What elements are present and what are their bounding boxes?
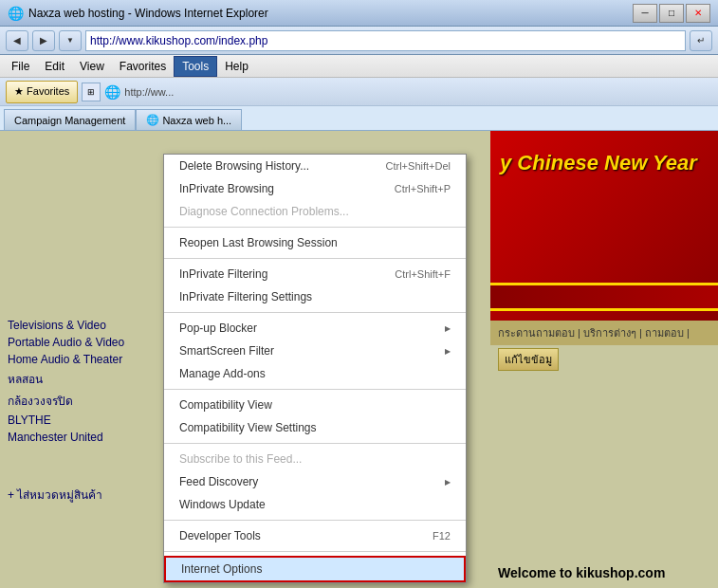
ie-icon2: 🌐 [146, 114, 159, 126]
separator-6 [164, 520, 466, 521]
menu-compatibility-view[interactable]: Compatibility View [164, 394, 466, 416]
separator-7 [164, 551, 466, 552]
forward-button[interactable]: ▶ [32, 30, 55, 51]
menu-subscribe-feed: Subscribe to this Feed... [164, 448, 466, 470]
menu-manage-addons[interactable]: Manage Add-ons [164, 362, 466, 385]
back-button[interactable]: ◀ [6, 30, 28, 51]
address-input[interactable] [85, 30, 686, 51]
menu-windows-update[interactable]: Windows Update [164, 493, 466, 516]
separator-1 [164, 227, 466, 228]
tab-bar: Campaign Management 🌐 Naxza web h... [0, 106, 718, 131]
sidebar-link-home-audio[interactable]: Home Audio & Theater [8, 353, 182, 366]
sidebar-link-tv[interactable]: Televisions & Video [8, 319, 182, 332]
maximize-button[interactable]: □ [659, 4, 684, 23]
sidebar-link-manchester[interactable]: Manchester United [8, 431, 182, 444]
menu-file[interactable]: File [4, 57, 37, 76]
menu-tools[interactable]: Tools [174, 56, 217, 77]
menu-inprivate-browsing[interactable]: InPrivate Browsing Ctrl+Shift+P [164, 177, 466, 200]
menu-view[interactable]: View [72, 57, 112, 76]
close-button[interactable]: ✕ [686, 4, 710, 23]
menu-inprivate-filtering-settings[interactable]: InPrivate Filtering Settings [164, 285, 466, 308]
menu-favorites[interactable]: Favorites [112, 57, 174, 76]
banner-text: y Chinese New Year [490, 131, 718, 196]
menu-inprivate-filtering[interactable]: InPrivate Filtering Ctrl+Shift+F [164, 263, 466, 285]
thai-edit-button[interactable]: แก้ไขข้อมู [498, 348, 559, 371]
separator-3 [164, 312, 466, 313]
view-grid-button[interactable]: ⊞ [82, 83, 101, 101]
tab-campaign-management[interactable]: Campaign Management [4, 109, 136, 130]
content-area: y Chinese New Year กระดานถามตอบ | บริการ… [0, 131, 718, 588]
menu-help[interactable]: Help [217, 57, 256, 76]
tools-dropdown-menu: Delete Browsing History... Ctrl+Shift+De… [163, 154, 467, 583]
browser-icon: 🌐 [8, 6, 24, 21]
welcome-text: Welcome to kikushop.com [498, 565, 710, 580]
menu-compatibility-view-settings[interactable]: Compatibility View Settings [164, 416, 466, 439]
menu-popup-blocker[interactable]: Pop-up Blocker ▶ [164, 317, 466, 340]
sidebar-links: Televisions & Video Portable Audio & Vid… [0, 311, 190, 455]
menu-reopen-session[interactable]: Reopen Last Browsing Session [164, 231, 466, 254]
menu-smartscreen[interactable]: SmartScreen Filter ▶ [164, 340, 466, 362]
thai-nav-bar: กระดานถามตอบ | บริการต่างๆ | ถามตอบ | [490, 321, 718, 345]
minimize-button[interactable]: ─ [633, 4, 657, 23]
dropdown-button[interactable]: ▼ [59, 30, 82, 51]
title-bar-controls: ─ □ ✕ [633, 4, 710, 23]
menu-delete-history[interactable]: Delete Browsing History... Ctrl+Shift+De… [164, 155, 466, 177]
thai-nav-text: กระดานถามตอบ | บริการต่างๆ | ถามตอบ | [498, 324, 690, 341]
banner-area: y Chinese New Year [490, 131, 718, 321]
welcome-section: Welcome to kikushop.com [490, 558, 718, 588]
separator-5 [164, 443, 466, 444]
menu-feed-discovery[interactable]: Feed Discovery ▶ [164, 470, 466, 493]
title-bar-text: Naxza web hosting - Windows Internet Exp… [28, 7, 268, 20]
menu-edit[interactable]: Edit [37, 57, 72, 76]
title-bar: 🌐 Naxza web hosting - Windows Internet E… [0, 0, 718, 27]
toolbar: ★ Favorites ⊞ 🌐 http://ww... [0, 78, 718, 106]
menu-bar: File Edit View Favorites Tools Help [0, 55, 718, 78]
separator-4 [164, 389, 466, 390]
address-bar: ◀ ▶ ▼ ↵ [0, 27, 718, 55]
menu-diagnose: Diagnose Connection Problems... [164, 200, 466, 223]
menu-developer-tools[interactable]: Developer Tools F12 [164, 524, 466, 547]
favorites-button[interactable]: ★ Favorites [6, 81, 78, 103]
address-label: http://ww... [124, 86, 174, 98]
ie-icon: 🌐 [104, 84, 120, 100]
sidebar-link-lesson[interactable]: หลสอน [8, 370, 182, 388]
sidebar-link-portable[interactable]: Portable Audio & Video [8, 336, 182, 349]
menu-internet-options[interactable]: Internet Options [164, 556, 466, 582]
tab-naxza[interactable]: 🌐 Naxza web h... [136, 109, 242, 130]
sidebar-link-blythe[interactable]: BLYTHE [8, 413, 182, 427]
more-products-link[interactable]: + ไส่หมวดหมู่สินค้า [8, 488, 102, 502]
separator-2 [164, 258, 466, 259]
sidebar-link-cctv[interactable]: กล้องวงจรปิด [8, 392, 182, 410]
go-button[interactable]: ↵ [690, 30, 712, 51]
